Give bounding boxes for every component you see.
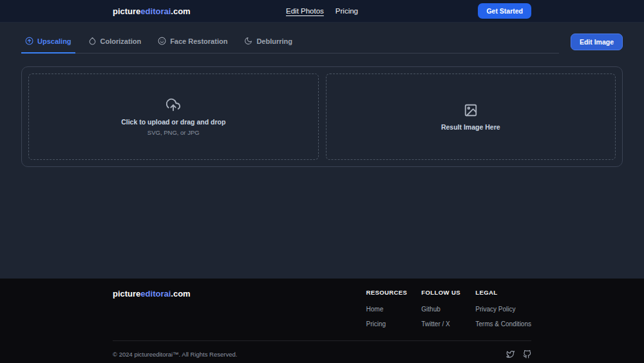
result-label: Result Image Here — [441, 123, 500, 131]
logo-part-3: .com — [171, 289, 190, 299]
main-nav: Edit Photos Pricing — [286, 7, 358, 15]
footer-link-twitter[interactable]: Twitter / X — [421, 320, 461, 328]
logo-part-2: editorai — [140, 6, 171, 16]
image-icon — [464, 103, 478, 120]
nav-link-edit-photos[interactable]: Edit Photos — [286, 7, 324, 15]
tab-label: Colorization — [100, 37, 142, 45]
tab-face-restoration[interactable]: Face Restoration — [154, 30, 231, 53]
footer-container: pictureeditorai.com RESOURCES Home Prici… — [113, 289, 531, 363]
tab-upscaling[interactable]: Upscaling — [21, 30, 75, 53]
footer-column-title: RESOURCES — [366, 289, 408, 296]
tab-label: Deblurring — [256, 37, 292, 45]
droplet-icon — [88, 37, 97, 45]
upload-cloud-icon — [166, 98, 180, 115]
tab-deblurring[interactable]: Deblurring — [240, 30, 296, 53]
social-icons — [506, 350, 531, 358]
moon-icon — [244, 37, 252, 45]
editor-card: Click to upload or drag and drop SVG, PN… — [21, 66, 623, 167]
footer-link-pricing[interactable]: Pricing — [366, 320, 408, 328]
site-logo[interactable]: pictureeditorai.com — [113, 6, 191, 16]
upload-title: Click to upload or drag and drop — [121, 118, 225, 126]
tool-tabs: Upscaling Colorization Face Restoration … — [21, 30, 559, 54]
upload-dropzone[interactable]: Click to upload or drag and drop SVG, PN… — [28, 74, 319, 160]
smile-icon — [158, 37, 166, 45]
footer-link-github[interactable]: Github — [421, 306, 461, 313]
footer-column-title: LEGAL — [475, 289, 531, 296]
logo-part-3: .com — [171, 6, 190, 16]
result-panel: Result Image Here — [326, 74, 616, 160]
footer-bottom: © 2024 pictureeditorai™. All Rights Rese… — [113, 341, 531, 363]
footer-top: pictureeditorai.com RESOURCES Home Prici… — [113, 289, 531, 328]
copyright-text: © 2024 pictureeditorai™. All Rights Rese… — [113, 351, 237, 358]
tab-label: Face Restoration — [170, 37, 227, 45]
footer-column-follow-us: FOLLOW US Github Twitter / X — [421, 289, 461, 328]
logo-part-1: picture — [113, 289, 140, 299]
footer-link-privacy-policy[interactable]: Privacy Policy — [475, 306, 531, 313]
logo-part-1: picture — [113, 6, 140, 16]
footer-link-home[interactable]: Home — [366, 306, 408, 313]
footer-column-legal: LEGAL Privacy Policy Terms & Conditions — [475, 289, 531, 328]
github-icon[interactable] — [523, 350, 531, 358]
get-started-button[interactable]: Get Started — [478, 3, 531, 19]
footer-columns: RESOURCES Home Pricing FOLLOW US Github … — [366, 289, 531, 328]
edit-image-button[interactable]: Edit Image — [571, 34, 623, 50]
twitter-icon[interactable] — [506, 350, 515, 358]
footer-column-resources: RESOURCES Home Pricing — [366, 289, 408, 328]
tab-colorization[interactable]: Colorization — [84, 30, 146, 53]
main-content: Upscaling Colorization Face Restoration … — [0, 23, 644, 279]
tabs-row: Upscaling Colorization Face Restoration … — [21, 30, 623, 54]
footer-logo[interactable]: pictureeditorai.com — [113, 289, 191, 299]
logo-part-2: editorai — [140, 289, 171, 299]
header: pictureeditorai.com Edit Photos Pricing … — [0, 0, 644, 23]
footer-link-terms[interactable]: Terms & Conditions — [475, 320, 531, 328]
footer-column-title: FOLLOW US — [421, 289, 461, 296]
footer: pictureeditorai.com RESOURCES Home Prici… — [0, 279, 644, 363]
header-container: pictureeditorai.com Edit Photos Pricing … — [113, 0, 531, 22]
tab-label: Upscaling — [37, 37, 71, 45]
upload-subtitle: SVG, PNG, or JPG — [147, 129, 200, 136]
nav-link-pricing[interactable]: Pricing — [336, 7, 358, 15]
arrow-up-circle-icon — [25, 37, 33, 45]
